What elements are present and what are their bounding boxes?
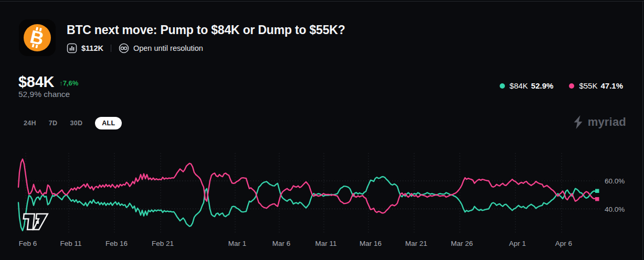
- x-tick-label: Feb 16: [105, 240, 128, 247]
- x-tick-label: Mar 26: [451, 240, 473, 247]
- x-tick-label: Mar 1: [228, 240, 247, 247]
- last-value-marker-55k: [595, 197, 599, 201]
- x-tick-label: Feb 11: [60, 240, 81, 247]
- y-tick-label: 60.0%: [605, 177, 625, 185]
- chart-grid: [17, 153, 601, 233]
- x-tick-label: Feb 21: [152, 240, 174, 247]
- x-tick-label: Mar 6: [272, 240, 291, 247]
- market-page: B BTC next move: Pump to $84K or Dump to…: [0, 0, 644, 260]
- x-tick-label: Apr 1: [509, 240, 526, 247]
- x-tick-label: Feb 6: [19, 240, 37, 247]
- y-tick-label: 40.0%: [605, 205, 625, 213]
- tradingview-watermark: [23, 214, 48, 230]
- chart-axis-labels: 60.0%40.0%Feb 6Feb 11Feb 16Feb 21Mar 1Ma…: [19, 177, 625, 247]
- last-value-marker-84k: [595, 189, 599, 193]
- chart-series: [18, 159, 599, 231]
- x-tick-label: Mar 21: [405, 240, 427, 247]
- x-tick-label: Apr 6: [555, 240, 572, 247]
- x-tick-label: Mar 11: [315, 240, 336, 247]
- x-tick-label: Mar 16: [360, 240, 382, 247]
- price-chart[interactable]: 60.0%40.0%Feb 6Feb 11Feb 16Feb 21Mar 1Ma…: [0, 0, 644, 260]
